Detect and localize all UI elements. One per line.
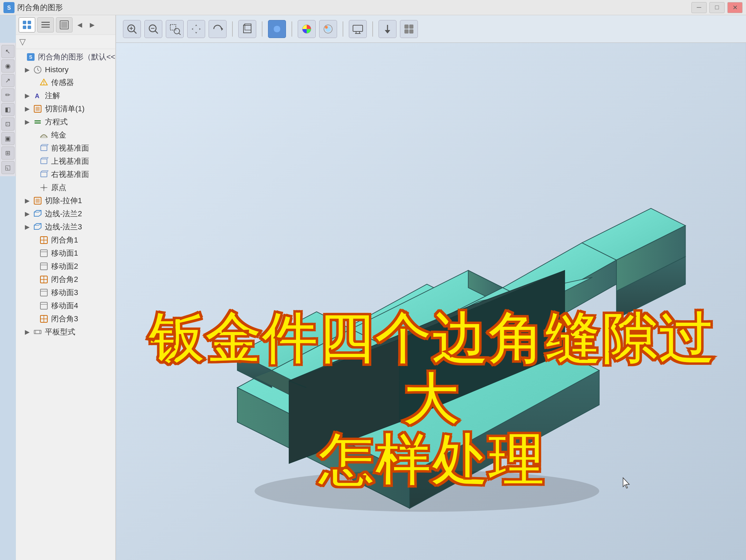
sensor-icon (39, 78, 49, 87)
move1-icon (39, 248, 49, 258)
tree-item-flange3[interactable]: ▶边线-法兰3 (16, 220, 115, 234)
svg-marker-87 (385, 30, 390, 34)
tree-container[interactable]: S 闭合角的图形（默认<<默认>) ▶History传感器▶A注解▶切割清单(1… (16, 49, 115, 560)
svg-rect-73 (245, 24, 251, 30)
sketch-button[interactable]: ✏ (1, 88, 15, 102)
viewport[interactable]: 钣金件四个边角缝隙过大 怎样处理 (116, 43, 746, 560)
move3-icon (39, 288, 49, 297)
cut1-icon (32, 196, 43, 206)
circle-select-button[interactable]: ◉ (1, 59, 15, 73)
tree-item-corner2[interactable]: 闭合角2 (16, 273, 115, 286)
origin-icon (39, 183, 49, 192)
plane3-icon (39, 170, 49, 179)
tree-root-item[interactable]: S 闭合角的图形（默认<<默认>) (16, 50, 115, 64)
cut1-expander: ▶ (25, 197, 32, 205)
split-button[interactable]: ◧ (1, 103, 15, 116)
move2-icon (39, 262, 49, 271)
tree-item-cut[interactable]: ▶切割清单(1) (16, 102, 115, 115)
window-button[interactable]: ◱ (1, 161, 15, 174)
note-expander: ▶ (25, 92, 32, 99)
grid2-button[interactable] (400, 20, 418, 38)
property-tab[interactable] (37, 17, 54, 32)
history-icon (32, 65, 43, 75)
zoom-area-button[interactable] (166, 20, 184, 38)
config-tab[interactable] (56, 17, 73, 32)
plane2-icon (39, 156, 49, 166)
svg-marker-71 (221, 27, 223, 31)
tree-item-move2[interactable]: 移动面2 (16, 260, 115, 273)
screen-button[interactable] (349, 20, 367, 38)
tree-item-move3[interactable]: 移动面3 (16, 286, 115, 299)
tree-item-plane1[interactable]: 前视基准面 (16, 142, 115, 155)
zoom-fit-button[interactable] (123, 20, 141, 38)
sheet-button[interactable]: ▣ (1, 132, 15, 145)
grid-button[interactable]: ⊞ (1, 146, 15, 160)
material-label: 纯金 (51, 130, 66, 140)
tree-items-container: ▶History传感器▶A注解▶切割清单(1)▶方程式纯金前视基准面上视基准面右… (16, 64, 115, 339)
eq-label: 方程式 (45, 117, 68, 127)
panel-arrow-left[interactable]: ◀ (75, 17, 85, 32)
panel-arrow-right[interactable]: ▶ (87, 17, 97, 32)
tree-item-origin[interactable]: 原点 (16, 181, 115, 194)
3d-model-view (116, 43, 746, 560)
svg-text:S: S (7, 5, 11, 11)
feature-button[interactable]: ⊡ (1, 117, 15, 131)
close-button[interactable]: ✕ (727, 2, 743, 13)
select-tool-button[interactable]: ↖ (1, 45, 15, 58)
material-icon (39, 130, 49, 140)
tree-item-corner1[interactable]: 闭合角1 (16, 234, 115, 247)
move4-icon (39, 301, 49, 311)
flange2-icon (32, 209, 43, 219)
svg-rect-28 (41, 159, 47, 164)
svg-text:A: A (35, 93, 39, 99)
tree-item-flange2[interactable]: ▶边线-法兰2 (16, 207, 115, 220)
titlebar: S 闭合角的图形 ─ □ ✕ (0, 0, 746, 15)
flat-expander: ▶ (25, 328, 32, 336)
move4-label: 移动面4 (51, 301, 78, 311)
tree-item-plane3[interactable]: 右视基准面 (16, 168, 115, 181)
window-controls: ─ □ ✕ (691, 2, 743, 13)
tree-item-sensor[interactable]: 传感器 (16, 76, 115, 89)
tree-item-move4[interactable]: 移动面4 (16, 299, 115, 312)
color2-button[interactable] (319, 20, 337, 38)
left-side-toolbar: ↖ ◉ ↗ ✏ ◧ ⊡ ▣ ⊞ ◱ (0, 43, 16, 176)
svg-rect-90 (404, 29, 409, 34)
minimize-button[interactable]: ─ (691, 2, 707, 13)
separator-3 (291, 21, 292, 37)
history-expander: ▶ (25, 66, 32, 74)
down-button[interactable] (379, 20, 396, 38)
tree-item-note[interactable]: ▶A注解 (16, 89, 115, 102)
flat-label: 平板型式 (45, 327, 75, 337)
svg-rect-82 (353, 25, 363, 31)
feature-manager-tab[interactable] (19, 17, 35, 32)
svg-line-66 (155, 31, 158, 34)
plane1-icon (39, 143, 49, 153)
tree-item-flat[interactable]: ▶平板型式 (16, 325, 115, 339)
svg-rect-8 (41, 27, 50, 28)
pan-button[interactable] (187, 20, 205, 38)
color1-button[interactable] (298, 20, 316, 38)
tree-item-eq[interactable]: ▶方程式 (16, 115, 115, 129)
svg-point-18 (44, 84, 45, 85)
cut1-label: 切除-拉伸1 (45, 196, 82, 206)
tree-item-plane2[interactable]: 上视基准面 (16, 155, 115, 168)
flange3-expander: ▶ (25, 223, 32, 231)
tree-item-history[interactable]: ▶History (16, 64, 115, 76)
arrow-tool-button[interactable]: ↗ (1, 74, 15, 87)
tree-item-cut1[interactable]: ▶切除-拉伸1 (16, 194, 115, 207)
tree-item-move1[interactable]: 移动面1 (16, 247, 115, 260)
svg-point-115 (255, 471, 599, 512)
maximize-button[interactable]: □ (709, 2, 725, 13)
move3-label: 移动面3 (51, 287, 78, 298)
rotate-button[interactable] (209, 20, 227, 38)
box-view-button[interactable] (238, 20, 256, 38)
svg-point-38 (43, 187, 45, 189)
separator-5 (372, 21, 373, 37)
tree-item-material[interactable]: 纯金 (16, 129, 115, 142)
eq-expander: ▶ (25, 118, 32, 126)
zoom-out-button[interactable] (144, 20, 162, 38)
flange3-label: 边线-法兰3 (45, 222, 82, 232)
tree-item-corner3[interactable]: 闭合角3 (16, 312, 115, 325)
display-mode-button[interactable] (268, 20, 286, 38)
svg-rect-88 (404, 25, 409, 29)
